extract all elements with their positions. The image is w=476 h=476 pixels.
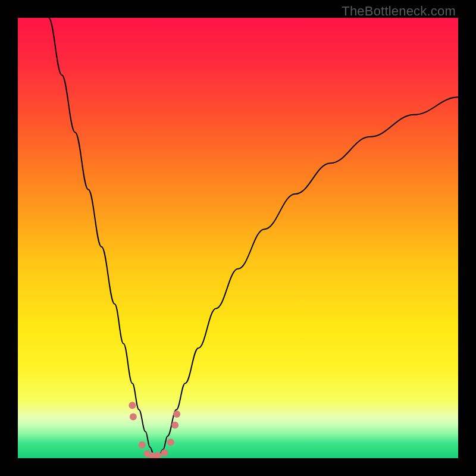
curve-marker (139, 441, 146, 449)
chart-frame: TheBottleneck.com (0, 0, 476, 476)
bottleneck-curve (18, 18, 458, 458)
plot-area (18, 18, 458, 458)
curve-marker (167, 439, 174, 446)
curve-marker (173, 411, 180, 418)
curve-marker (161, 449, 168, 456)
curve-marker (171, 422, 178, 429)
curve-marker (130, 413, 137, 420)
curve-marker (129, 402, 136, 409)
watermark-text: TheBottleneck.com (342, 4, 456, 19)
